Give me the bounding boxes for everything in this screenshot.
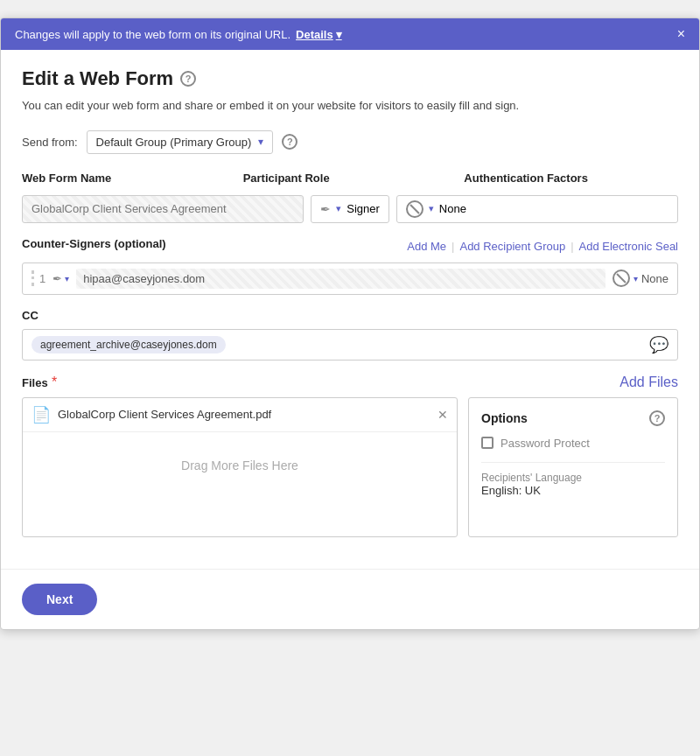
title-help-icon[interactable]: ?	[180, 71, 196, 87]
cc-field-row[interactable]: agreement_archive@caseyjones.dom 💬	[22, 329, 678, 360]
pen-icon: ✒	[320, 202, 331, 216]
signer-role-icon: ✒ ▾	[52, 272, 69, 285]
send-from-help-icon[interactable]: ?	[282, 134, 298, 150]
chevron-down-icon: ▾	[258, 136, 263, 148]
file-remove-icon[interactable]: ✕	[438, 408, 448, 422]
recipients-language-row: Recipients' Language English: UK	[481, 472, 665, 497]
options-header-row: Options ?	[481, 410, 665, 426]
participant-role-label: Participant Role	[243, 172, 458, 185]
main-fields-row: ✒ ▾ Signer ▾ None	[22, 195, 678, 223]
counter-signers-label: Counter-Signers (optional)	[22, 237, 166, 250]
password-protect-row: Password Protect	[481, 437, 665, 450]
role-value: Signer	[346, 202, 380, 215]
divider	[481, 462, 665, 463]
field-labels-row: Web Form Name Participant Role Authentic…	[22, 172, 678, 190]
action-links: Add Me | Add Recipient Group | Add Elect…	[407, 240, 678, 253]
page-title: Edit a Web Form	[22, 67, 173, 90]
signer-auth: ▾ None	[612, 270, 668, 287]
cc-section: CC agreement_archive@caseyjones.dom 💬	[22, 309, 678, 360]
required-star: *	[52, 374, 57, 389]
password-protect-label: Password Protect	[500, 437, 590, 450]
signer-email[interactable]: hipaa@caseyjones.dom	[76, 269, 606, 289]
cc-email-tag: agreement_archive@caseyjones.dom	[32, 336, 226, 354]
chevron-down-icon: ▾	[65, 274, 69, 284]
page-title-row: Edit a Web Form ?	[22, 67, 678, 90]
files-content-row: 📄 GlobalCorp Client Services Agreement.p…	[22, 397, 678, 537]
auth-factors-field: ▾ None	[396, 195, 678, 223]
send-from-row: Send from: Default Group (Primary Group)…	[22, 130, 678, 154]
page-subtitle: You can edit your web form and share or …	[22, 97, 678, 115]
signer-drag-handle: 1	[32, 270, 46, 286]
counter-signers-header: Counter-Signers (optional) Add Me | Add …	[22, 237, 678, 256]
files-section: Files * Add Files 📄 GlobalCorp Client Se…	[22, 374, 678, 537]
participant-role-field: ✒ ▾ Signer	[311, 195, 389, 223]
password-protect-checkbox[interactable]	[481, 437, 494, 449]
pdf-icon: 📄	[32, 405, 51, 424]
next-button[interactable]: Next	[22, 584, 97, 615]
chevron-down-icon: ▾	[336, 203, 341, 214]
content-area: Edit a Web Form ? You can edit your web …	[1, 50, 699, 569]
add-me-link[interactable]: Add Me	[407, 240, 446, 253]
send-from-value: Default Group (Primary Group)	[96, 136, 252, 149]
separator: |	[452, 240, 454, 253]
options-box: Options ? Password Protect Recipients' L…	[468, 397, 678, 537]
web-form-name-label: Web Form Name	[22, 172, 236, 185]
counter-signers-section: Counter-Signers (optional) Add Me | Add …	[22, 237, 678, 295]
files-header-row: Files * Add Files	[22, 374, 678, 390]
add-electronic-seal-link[interactable]: Add Electronic Seal	[579, 240, 678, 253]
files-box: 📄 GlobalCorp Client Services Agreement.p…	[22, 397, 458, 537]
chevron-down-icon: ▾	[336, 28, 342, 41]
banner-left: Changes will apply to the web form on it…	[15, 28, 342, 41]
file-item: 📄 GlobalCorp Client Services Agreement.p…	[23, 398, 457, 432]
block-icon	[612, 270, 630, 287]
recipients-language-key: Recipients' Language	[481, 472, 665, 484]
file-name: GlobalCorp Client Services Agreement.pdf	[58, 408, 430, 421]
add-recipient-group-link[interactable]: Add Recipient Group	[459, 240, 565, 253]
chevron-down-icon: ▾	[634, 274, 638, 284]
banner-message: Changes will apply to the web form on it…	[15, 28, 290, 41]
send-from-dropdown[interactable]: Default Group (Primary Group) ▾	[87, 130, 274, 154]
recipients-language-value: English: UK	[481, 484, 665, 497]
send-from-label: Send from:	[22, 136, 78, 149]
separator2: |	[570, 240, 573, 253]
banner: Changes will apply to the web form on it…	[1, 18, 699, 50]
files-label: Files *	[22, 374, 57, 390]
signer-number: 1	[39, 272, 46, 285]
signer-row: 1 ✒ ▾ hipaa@caseyjones.dom ▾ None	[22, 262, 678, 295]
drag-text: Drag More Files Here	[181, 458, 298, 472]
add-files-link[interactable]: Add Files	[620, 374, 678, 390]
web-form-name-input[interactable]	[22, 195, 304, 223]
auth-value: None	[439, 202, 466, 215]
footer: Next	[1, 569, 699, 629]
modal-container: Changes will apply to the web form on it…	[0, 18, 700, 630]
banner-details-link[interactable]: Details ▾	[296, 28, 342, 41]
signer-auth-value: None	[641, 272, 668, 285]
chevron-down-icon: ▾	[429, 203, 434, 214]
chat-icon: 💬	[649, 335, 668, 354]
drag-area: Drag More Files Here	[23, 432, 457, 499]
close-icon[interactable]: ×	[677, 27, 685, 41]
auth-factors-label: Authentication Factors	[464, 172, 678, 185]
pen-icon: ✒	[52, 272, 62, 285]
options-label: Options	[481, 411, 528, 425]
block-icon	[406, 200, 424, 218]
cc-label: CC	[22, 309, 678, 322]
options-help-icon[interactable]: ?	[649, 410, 665, 426]
